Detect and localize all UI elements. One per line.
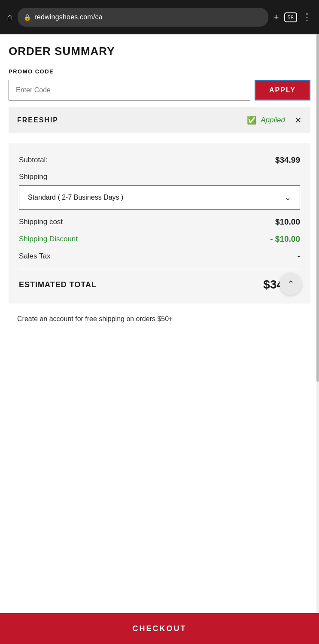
apply-promo-button[interactable]: APPLY (255, 80, 310, 100)
promo-code-input[interactable] (9, 80, 250, 100)
page-content: ORDER SUMMARY PROMO CODE APPLY FREESHIP … (0, 34, 319, 358)
tabs-count-badge[interactable]: 58 (284, 12, 297, 22)
shipping-discount-row: Shipping Discount - $10.00 (19, 234, 300, 244)
shipping-method-select[interactable]: Standard ( 2-7 Business Days ) ⌄ (19, 185, 300, 210)
shipping-cost-value: $10.00 (275, 217, 300, 227)
checkout-label: CHECKOUT (133, 624, 187, 633)
url-bar[interactable]: 🔒 redwingshoes.com/ca (18, 8, 268, 27)
applied-promo-code: FREESHIP (17, 116, 58, 124)
shipping-section-label: Shipping (19, 173, 300, 181)
checkout-button[interactable]: CHECKOUT (0, 613, 319, 644)
shipping-select-inner[interactable]: Standard ( 2-7 Business Days ) ⌄ (19, 186, 300, 209)
tax-label: Sales Tax (19, 252, 50, 261)
shipping-option-text: Standard ( 2-7 Business Days ) (28, 194, 123, 201)
browser-menu-icon[interactable]: ⋮ (302, 12, 312, 23)
scroll-up-button[interactable]: ⌃ (280, 273, 302, 295)
subtotal-row: Subtotal: $34.99 (19, 155, 300, 165)
shipping-cost-row: Shipping cost $10.00 (19, 217, 300, 227)
shipping-cost-label: Shipping cost (19, 218, 63, 226)
promo-input-row: APPLY (9, 80, 310, 100)
applied-text: Applied (261, 116, 285, 125)
order-summary-box: Subtotal: $34.99 Shipping Standard ( 2-7… (9, 143, 310, 304)
scrollbar-thumb[interactable] (316, 34, 319, 382)
chevron-down-icon: ⌄ (285, 193, 291, 202)
lock-icon: 🔒 (24, 14, 31, 21)
url-text: redwingshoes.com/ca (34, 13, 103, 21)
subtotal-value: $34.99 (275, 155, 300, 165)
tax-value: - (298, 252, 300, 261)
home-icon[interactable]: ⌂ (7, 12, 12, 23)
check-icon: ✅ (247, 115, 256, 125)
subtotal-label: Subtotal: (19, 156, 48, 164)
total-divider (19, 269, 300, 269)
account-message: Create an account for free shipping on o… (17, 314, 302, 358)
tax-row: Sales Tax - (19, 252, 300, 261)
shipping-discount-value: - $10.00 (270, 234, 300, 244)
browser-chrome: ⌂ 🔒 redwingshoes.com/ca + 58 ⋮ (0, 0, 319, 34)
chevron-up-icon: ⌃ (287, 279, 295, 289)
shipping-discount-label: Shipping Discount (19, 235, 78, 243)
applied-promo-row: FREESHIP ✅ Applied ✕ (9, 107, 310, 133)
estimated-total-row: ESTIMATED TOTAL $34.99 (19, 278, 300, 292)
new-tab-icon[interactable]: + (273, 12, 279, 23)
scrollbar-track[interactable] (316, 34, 319, 613)
applied-status: ✅ Applied ✕ (247, 115, 302, 125)
page-title: ORDER SUMMARY (9, 45, 310, 58)
total-label: ESTIMATED TOTAL (19, 280, 97, 289)
remove-promo-button[interactable]: ✕ (295, 115, 302, 125)
promo-section-label: PROMO CODE (9, 68, 310, 75)
